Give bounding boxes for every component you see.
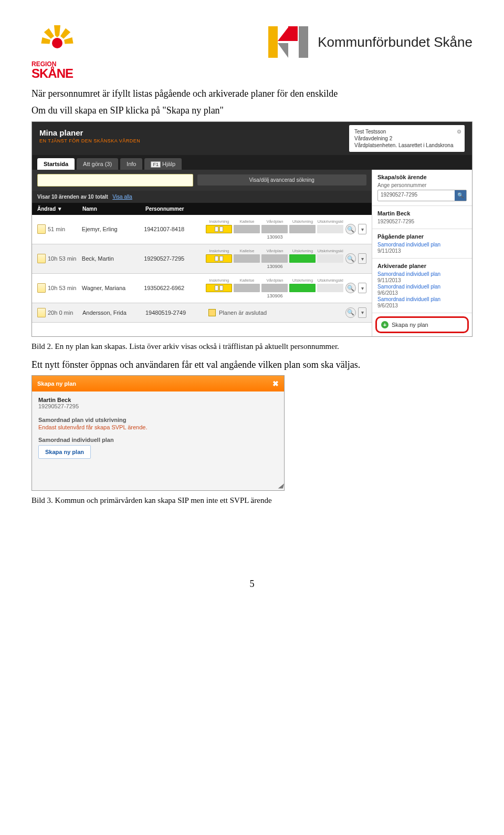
- gear-icon[interactable]: ⚙: [457, 128, 461, 135]
- logo-ksk-text: Kommunförbundet Skåne: [318, 34, 472, 50]
- user-name: Test Testsson: [354, 128, 459, 135]
- sidebar-archive-item[interactable]: Samordnad individuell plan: [377, 296, 467, 302]
- dialog-person-pn: 19290527-7295: [38, 403, 278, 409]
- svg-rect-4: [299, 26, 308, 58]
- logo-skane-name-text: SKÅNE: [32, 66, 73, 80]
- table-row[interactable]: 10h 53 min Wagner, Mariana 19350622-6962…: [32, 274, 372, 303]
- sidebar-pn-label: Ange personnummer: [377, 182, 467, 188]
- row-menu-icon[interactable]: ▾: [358, 307, 366, 318]
- tab-info[interactable]: Info: [120, 158, 142, 170]
- col-name[interactable]: Namn: [82, 206, 145, 212]
- user-location: Vårdplatsenheten. Lasarettet i Landskron…: [354, 142, 459, 149]
- link-show-all[interactable]: Visa alla: [112, 194, 132, 200]
- table-row[interactable]: 20h 0 min Andersson, Frida 19480519-2749…: [32, 303, 372, 323]
- search-input[interactable]: [37, 174, 193, 187]
- caption-bild-2: Bild 2. En ny plan kan skapas. Lista öve…: [32, 342, 472, 351]
- sidebar-archive-heading: Arkiverade planer: [377, 263, 467, 269]
- tab-hjalp[interactable]: F1Hjälp: [144, 158, 182, 170]
- toggle-advanced-search[interactable]: Visa/dölj avancerad sökning: [197, 174, 367, 185]
- sidebar-create-heading: Skapa/sök ärende: [377, 174, 467, 180]
- done-icon: [208, 309, 216, 316]
- progress-steps: InskrivningKallelseVårdplanUtskrivningUt…: [206, 278, 343, 298]
- page-number: 5: [32, 579, 472, 590]
- magnifier-icon[interactable]: 🔍: [345, 283, 356, 293]
- svg-point-1: [56, 35, 59, 37]
- sidebar-archive-item[interactable]: Samordnad individuell plan: [377, 271, 467, 277]
- magnifier-icon[interactable]: 🔍: [345, 253, 356, 264]
- sidebar-pending-item[interactable]: Samordnad individuell plan: [377, 242, 467, 248]
- table-row[interactable]: 51 min Ejemyr, Erling 19421007-8418 Insk…: [32, 215, 372, 244]
- para-new-window: Ett nytt fönster öppnas och användaren f…: [32, 358, 472, 371]
- row-menu-icon[interactable]: ▾: [358, 283, 366, 293]
- list-summary: Visar 10 ärenden av 10 totalt: [37, 194, 108, 200]
- app-title: Mina planer EN TJÄNST FÖR DEN SKÅNSKA VÅ…: [39, 125, 140, 152]
- sidebar-pending-heading: Pågående planer: [377, 233, 467, 240]
- logo-region-skane: REGIONSKÅNE: [32, 21, 84, 74]
- magnifier-icon[interactable]: 🔍: [345, 307, 356, 318]
- mail-icon: [37, 308, 46, 317]
- tab-att-gora[interactable]: Att göra (3): [77, 158, 118, 170]
- sidebar-archive-item[interactable]: Samordnad individuell plan: [377, 284, 467, 290]
- progress-steps: InskrivningKallelseVårdplanUtskrivningUt…: [206, 219, 343, 240]
- search-icon[interactable]: 🔍: [455, 190, 466, 201]
- user-card[interactable]: Test Testsson Vårdavdelning 2 Vårdplatse…: [349, 125, 465, 152]
- col-personnummer[interactable]: Personnummer: [145, 206, 208, 212]
- dialog-person-name: Martin Beck: [38, 397, 278, 403]
- para-intro-2: Om du vill skapa en SIP klicka på "Skapa…: [32, 104, 472, 117]
- dialog-section-sip: Samordnad individuell plan: [38, 437, 278, 443]
- tab-startsida[interactable]: Startsida: [37, 158, 75, 170]
- svg-rect-2: [268, 26, 278, 58]
- svg-point-0: [52, 38, 62, 48]
- mail-icon: [37, 283, 46, 293]
- screenshot-mina-planer: Mina planer EN TJÄNST FÖR DEN SKÅNSKA VÅ…: [32, 121, 472, 337]
- close-icon[interactable]: ✖: [272, 379, 279, 388]
- sidebar: Skapa/sök ärende Ange personnummer 19290…: [372, 170, 472, 336]
- screenshot-skapa-ny-plan: Skapa ny plan ✖ Martin Beck 19290527-729…: [32, 375, 285, 491]
- magnifier-icon[interactable]: 🔍: [345, 224, 356, 234]
- mail-icon: [37, 254, 46, 263]
- dialog-title: Skapa ny plan: [37, 380, 76, 387]
- resize-handle-icon[interactable]: ◢: [278, 482, 283, 489]
- progress-steps: InskrivningKallelseVårdplanUtskrivningUt…: [206, 249, 343, 269]
- table-header: Ändrad ▼ Namn Personnummer: [32, 203, 372, 215]
- para-intro-1: När personnumret är ifyllt listas pågåen…: [32, 87, 472, 100]
- sidebar-person-name: Martin Beck: [377, 210, 467, 217]
- logo-kommunforbundet-skane: Kommunförbundet Skåne: [268, 21, 472, 63]
- svg-rect-3: [288, 26, 298, 41]
- caption-bild-3: Bild 3. Kommun och primärvården kan skap…: [32, 496, 472, 505]
- dialog-section-svpl: Samordnad plan vid utskrivning: [38, 417, 278, 423]
- sidebar-create-plan-button[interactable]: + Skapa ny plan: [375, 316, 469, 333]
- sidebar-pn-input[interactable]: 19290527-7295🔍: [377, 190, 467, 201]
- dialog-warning: Endast slutenvård får skapa SVPL ärende.: [38, 424, 278, 430]
- row-menu-icon[interactable]: ▾: [358, 224, 366, 234]
- plus-icon: +: [381, 321, 388, 328]
- user-unit: Vårdavdelning 2: [354, 135, 459, 142]
- table-row[interactable]: 10h 53 min Beck, Martin 19290527-7295 In…: [32, 244, 372, 274]
- row-menu-icon[interactable]: ▾: [358, 253, 366, 264]
- col-changed[interactable]: Ändrad ▼: [37, 206, 82, 212]
- create-plan-button[interactable]: Skapa ny plan: [38, 445, 91, 459]
- mail-icon: [37, 224, 46, 234]
- tab-bar: Startsida Att göra (3) Info F1Hjälp: [32, 155, 472, 170]
- sidebar-person-pn: 19290527-7295: [377, 219, 467, 224]
